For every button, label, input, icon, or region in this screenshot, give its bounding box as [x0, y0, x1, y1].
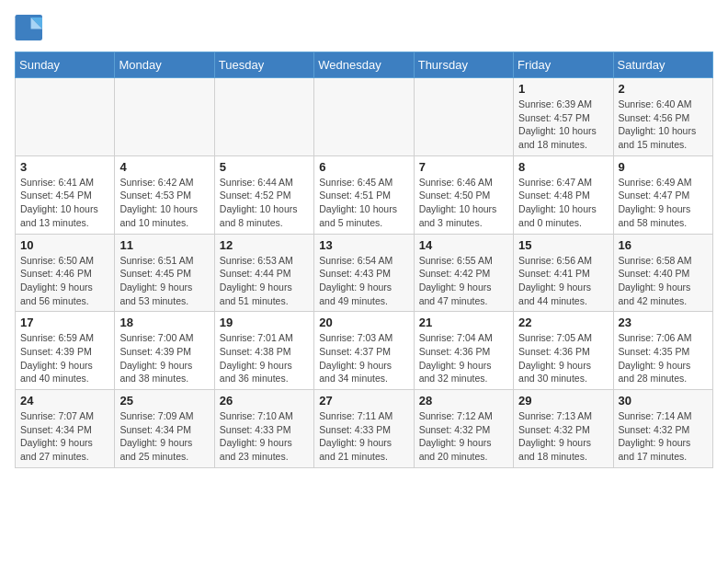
day-number: 14: [419, 238, 508, 252]
calendar-cell: 17Sunrise: 6:59 AM Sunset: 4:39 PM Dayli…: [16, 312, 115, 390]
day-number: 6: [319, 160, 408, 174]
day-number: 19: [220, 316, 309, 329]
calendar-week: 17Sunrise: 6:59 AM Sunset: 4:39 PM Dayli…: [16, 312, 713, 390]
logo-icon: [15, 15, 44, 40]
day-info: Sunrise: 6:59 AM Sunset: 4:39 PM Dayligh…: [20, 331, 109, 385]
calendar-week: 3Sunrise: 6:41 AM Sunset: 4:54 PM Daylig…: [16, 155, 713, 234]
calendar-cell: 6Sunrise: 6:45 AM Sunset: 4:51 PM Daylig…: [314, 155, 414, 234]
day-info: Sunrise: 7:13 AM Sunset: 4:32 PM Dayligh…: [518, 409, 608, 464]
calendar-cell: [314, 78, 414, 156]
day-number: 27: [319, 394, 408, 408]
day-number: 13: [319, 238, 408, 252]
calendar-week: 1Sunrise: 6:39 AM Sunset: 4:57 PM Daylig…: [16, 78, 713, 156]
day-info: Sunrise: 7:14 AM Sunset: 4:32 PM Dayligh…: [619, 409, 708, 464]
calendar-cell: 9Sunrise: 6:49 AM Sunset: 4:47 PM Daylig…: [613, 155, 712, 234]
day-info: Sunrise: 6:41 AM Sunset: 4:54 PM Dayligh…: [20, 176, 109, 230]
header-day: Sunday: [16, 52, 115, 78]
calendar-cell: 28Sunrise: 7:12 AM Sunset: 4:32 PM Dayli…: [414, 390, 513, 468]
day-info: Sunrise: 7:06 AM Sunset: 4:35 PM Dayligh…: [619, 331, 708, 385]
day-info: Sunrise: 7:12 AM Sunset: 4:32 PM Dayligh…: [419, 409, 508, 464]
day-info: Sunrise: 6:49 AM Sunset: 4:47 PM Dayligh…: [619, 176, 708, 230]
header-day: Saturday: [613, 52, 712, 78]
calendar-cell: 14Sunrise: 6:55 AM Sunset: 4:42 PM Dayli…: [414, 234, 513, 312]
day-number: 24: [20, 394, 109, 408]
day-info: Sunrise: 6:50 AM Sunset: 4:46 PM Dayligh…: [20, 254, 109, 308]
calendar-header: SundayMondayTuesdayWednesdayThursdayFrid…: [16, 52, 713, 78]
day-number: 4: [119, 160, 209, 174]
calendar-cell: [16, 78, 115, 156]
calendar-cell: 3Sunrise: 6:41 AM Sunset: 4:54 PM Daylig…: [16, 155, 115, 234]
day-info: Sunrise: 7:05 AM Sunset: 4:36 PM Dayligh…: [518, 331, 608, 385]
calendar-cell: 13Sunrise: 6:54 AM Sunset: 4:43 PM Dayli…: [314, 234, 414, 312]
day-info: Sunrise: 6:53 AM Sunset: 4:44 PM Dayligh…: [220, 254, 309, 308]
calendar-cell: 5Sunrise: 6:44 AM Sunset: 4:52 PM Daylig…: [214, 155, 313, 234]
calendar-cell: 12Sunrise: 6:53 AM Sunset: 4:44 PM Dayli…: [214, 234, 313, 312]
day-number: 21: [419, 316, 508, 329]
calendar-cell: 4Sunrise: 6:42 AM Sunset: 4:53 PM Daylig…: [115, 155, 214, 234]
day-number: 9: [619, 160, 708, 174]
day-number: 10: [20, 238, 109, 252]
day-number: 5: [220, 160, 309, 174]
calendar-cell: [115, 78, 214, 156]
day-number: 16: [619, 238, 708, 252]
day-info: Sunrise: 7:09 AM Sunset: 4:34 PM Dayligh…: [119, 409, 209, 464]
header-row: SundayMondayTuesdayWednesdayThursdayFrid…: [16, 52, 713, 78]
calendar-cell: 26Sunrise: 7:10 AM Sunset: 4:33 PM Dayli…: [214, 390, 313, 468]
day-number: 11: [119, 238, 209, 252]
day-number: 8: [518, 160, 608, 174]
calendar-cell: 7Sunrise: 6:46 AM Sunset: 4:50 PM Daylig…: [414, 155, 513, 234]
day-info: Sunrise: 6:54 AM Sunset: 4:43 PM Dayligh…: [319, 254, 408, 308]
calendar-cell: 23Sunrise: 7:06 AM Sunset: 4:35 PM Dayli…: [613, 312, 712, 390]
day-info: Sunrise: 7:03 AM Sunset: 4:37 PM Dayligh…: [319, 331, 408, 385]
calendar-body: 1Sunrise: 6:39 AM Sunset: 4:57 PM Daylig…: [16, 78, 713, 468]
day-info: Sunrise: 6:44 AM Sunset: 4:52 PM Dayligh…: [220, 176, 309, 230]
calendar-cell: 18Sunrise: 7:00 AM Sunset: 4:39 PM Dayli…: [115, 312, 214, 390]
calendar-cell: 1Sunrise: 6:39 AM Sunset: 4:57 PM Daylig…: [514, 78, 613, 156]
calendar-cell: 21Sunrise: 7:04 AM Sunset: 4:36 PM Dayli…: [414, 312, 513, 390]
day-number: 25: [119, 394, 209, 408]
calendar-week: 24Sunrise: 7:07 AM Sunset: 4:34 PM Dayli…: [16, 390, 713, 468]
calendar-cell: 10Sunrise: 6:50 AM Sunset: 4:46 PM Dayli…: [16, 234, 115, 312]
day-number: 7: [419, 160, 508, 174]
day-number: 26: [220, 394, 309, 408]
day-info: Sunrise: 6:55 AM Sunset: 4:42 PM Dayligh…: [419, 254, 508, 308]
day-number: 20: [319, 316, 408, 329]
day-number: 29: [518, 394, 608, 408]
day-info: Sunrise: 6:39 AM Sunset: 4:57 PM Dayligh…: [518, 98, 608, 152]
calendar-cell: 8Sunrise: 6:47 AM Sunset: 4:48 PM Daylig…: [514, 155, 613, 234]
header-day: Wednesday: [314, 52, 414, 78]
day-info: Sunrise: 6:42 AM Sunset: 4:53 PM Dayligh…: [119, 176, 209, 230]
header-day: Tuesday: [214, 52, 313, 78]
calendar-cell: 30Sunrise: 7:14 AM Sunset: 4:32 PM Dayli…: [613, 390, 712, 468]
day-info: Sunrise: 6:45 AM Sunset: 4:51 PM Dayligh…: [319, 176, 408, 230]
calendar-cell: 22Sunrise: 7:05 AM Sunset: 4:36 PM Dayli…: [514, 312, 613, 390]
calendar-cell: [414, 78, 513, 156]
calendar-cell: 16Sunrise: 6:58 AM Sunset: 4:40 PM Dayli…: [613, 234, 712, 312]
day-info: Sunrise: 6:56 AM Sunset: 4:41 PM Dayligh…: [518, 254, 608, 308]
day-number: 3: [20, 160, 109, 174]
day-number: 15: [518, 238, 608, 252]
header-day: Friday: [514, 52, 613, 78]
day-number: 28: [419, 394, 508, 408]
day-info: Sunrise: 6:47 AM Sunset: 4:48 PM Dayligh…: [518, 176, 608, 230]
day-info: Sunrise: 7:07 AM Sunset: 4:34 PM Dayligh…: [20, 409, 109, 464]
calendar-cell: 15Sunrise: 6:56 AM Sunset: 4:41 PM Dayli…: [514, 234, 613, 312]
day-number: 1: [518, 82, 608, 96]
day-number: 17: [20, 316, 109, 329]
header-day: Thursday: [414, 52, 513, 78]
day-info: Sunrise: 6:58 AM Sunset: 4:40 PM Dayligh…: [619, 254, 708, 308]
calendar-cell: 11Sunrise: 6:51 AM Sunset: 4:45 PM Dayli…: [115, 234, 214, 312]
calendar-cell: 24Sunrise: 7:07 AM Sunset: 4:34 PM Dayli…: [16, 390, 115, 468]
calendar-cell: 27Sunrise: 7:11 AM Sunset: 4:33 PM Dayli…: [314, 390, 414, 468]
day-number: 2: [619, 82, 708, 96]
day-info: Sunrise: 6:40 AM Sunset: 4:56 PM Dayligh…: [619, 98, 708, 152]
day-number: 18: [119, 316, 209, 329]
day-info: Sunrise: 6:51 AM Sunset: 4:45 PM Dayligh…: [119, 254, 209, 308]
calendar-week: 10Sunrise: 6:50 AM Sunset: 4:46 PM Dayli…: [16, 234, 713, 312]
page-header: [15, 15, 713, 40]
day-info: Sunrise: 7:01 AM Sunset: 4:38 PM Dayligh…: [220, 331, 309, 385]
calendar-cell: 20Sunrise: 7:03 AM Sunset: 4:37 PM Dayli…: [314, 312, 414, 390]
day-number: 23: [619, 316, 708, 329]
calendar-cell: 25Sunrise: 7:09 AM Sunset: 4:34 PM Dayli…: [115, 390, 214, 468]
calendar-cell: 29Sunrise: 7:13 AM Sunset: 4:32 PM Dayli…: [514, 390, 613, 468]
